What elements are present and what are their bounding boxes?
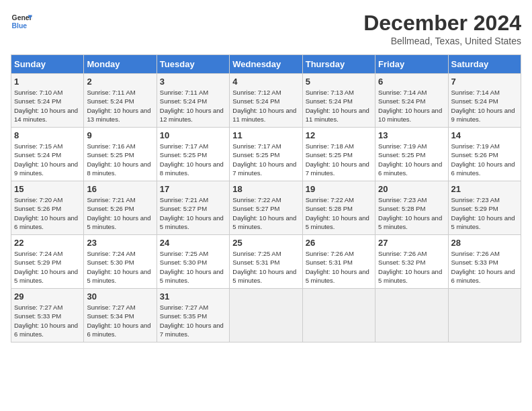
calendar-cell: 28Sunrise: 7:26 AM Sunset: 5:33 PM Dayli… [448,235,521,289]
calendar-week-row: 15Sunrise: 7:20 AM Sunset: 5:26 PM Dayli… [11,181,521,235]
day-info: Sunrise: 7:13 AM Sunset: 5:24 PM Dayligh… [306,88,372,124]
day-number: 17 [160,184,226,194]
calendar-cell: 6Sunrise: 7:14 AM Sunset: 5:24 PM Daylig… [375,74,448,128]
calendar-cell: 27Sunrise: 7:26 AM Sunset: 5:32 PM Dayli… [375,235,448,289]
weekday-header-saturday: Saturday [448,55,521,74]
calendar-cell: 19Sunrise: 7:22 AM Sunset: 5:28 PM Dayli… [302,181,375,235]
weekday-header-row: SundayMondayTuesdayWednesdayThursdayFrid… [11,55,521,74]
day-number: 4 [232,77,299,87]
calendar-cell: 18Sunrise: 7:22 AM Sunset: 5:27 PM Dayli… [230,181,302,235]
day-number: 15 [14,184,81,194]
day-number: 22 [14,238,81,248]
calendar-cell: 21Sunrise: 7:23 AM Sunset: 5:29 PM Dayli… [448,181,521,235]
svg-text:Blue: Blue [12,22,28,30]
title-section: December 2024 Bellmead, Texas, United St… [363,11,521,46]
day-number: 26 [306,238,372,248]
day-number: 18 [232,184,299,194]
day-number: 6 [378,77,445,87]
day-number: 13 [378,130,445,140]
day-number: 24 [160,238,226,248]
weekday-header-tuesday: Tuesday [157,55,229,74]
calendar-cell: 26Sunrise: 7:26 AM Sunset: 5:31 PM Dayli… [302,235,375,289]
calendar-week-row: 29Sunrise: 7:27 AM Sunset: 5:33 PM Dayli… [11,289,521,342]
day-info: Sunrise: 7:27 AM Sunset: 5:34 PM Dayligh… [87,303,153,338]
day-info: Sunrise: 7:27 AM Sunset: 5:35 PM Dayligh… [160,303,226,338]
calendar-cell: 30Sunrise: 7:27 AM Sunset: 5:34 PM Dayli… [84,289,157,342]
calendar-cell: 5Sunrise: 7:13 AM Sunset: 5:24 PM Daylig… [302,74,375,128]
calendar-cell: 16Sunrise: 7:21 AM Sunset: 5:26 PM Dayli… [84,181,157,235]
weekday-header-wednesday: Wednesday [230,55,302,74]
calendar-cell [375,289,448,342]
day-info: Sunrise: 7:14 AM Sunset: 5:24 PM Dayligh… [451,88,518,124]
day-info: Sunrise: 7:26 AM Sunset: 5:31 PM Dayligh… [306,249,372,285]
day-info: Sunrise: 7:21 AM Sunset: 5:26 PM Dayligh… [87,195,153,231]
calendar-week-row: 8Sunrise: 7:15 AM Sunset: 5:24 PM Daylig… [11,128,521,181]
day-info: Sunrise: 7:19 AM Sunset: 5:26 PM Dayligh… [451,142,518,177]
day-number: 27 [378,238,445,248]
day-info: Sunrise: 7:26 AM Sunset: 5:33 PM Dayligh… [451,249,518,285]
calendar-cell: 29Sunrise: 7:27 AM Sunset: 5:33 PM Dayli… [11,289,84,342]
weekday-header-monday: Monday [84,55,157,74]
day-number: 2 [87,77,153,87]
calendar-cell: 7Sunrise: 7:14 AM Sunset: 5:24 PM Daylig… [448,74,521,128]
day-info: Sunrise: 7:15 AM Sunset: 5:24 PM Dayligh… [14,142,81,177]
day-number: 11 [232,130,299,140]
day-info: Sunrise: 7:19 AM Sunset: 5:25 PM Dayligh… [378,142,445,177]
logo: General Blue [11,11,32,32]
day-number: 25 [232,238,299,248]
calendar-week-row: 1Sunrise: 7:10 AM Sunset: 5:24 PM Daylig… [11,74,521,128]
calendar-subtitle: Bellmead, Texas, United States [363,36,521,46]
calendar-cell: 4Sunrise: 7:12 AM Sunset: 5:24 PM Daylig… [230,74,302,128]
calendar-cell: 13Sunrise: 7:19 AM Sunset: 5:25 PM Dayli… [375,128,448,181]
day-info: Sunrise: 7:18 AM Sunset: 5:25 PM Dayligh… [306,142,372,177]
calendar-cell: 2Sunrise: 7:11 AM Sunset: 5:24 PM Daylig… [84,74,157,128]
day-info: Sunrise: 7:24 AM Sunset: 5:29 PM Dayligh… [14,249,81,285]
day-number: 10 [160,130,226,140]
day-number: 31 [160,291,226,302]
page-header: General Blue December 2024 Bellmead, Tex… [11,11,521,46]
day-info: Sunrise: 7:16 AM Sunset: 5:25 PM Dayligh… [87,142,153,177]
day-number: 21 [451,184,518,194]
day-number: 19 [306,184,372,194]
calendar-cell: 14Sunrise: 7:19 AM Sunset: 5:26 PM Dayli… [448,128,521,181]
day-number: 29 [14,291,81,302]
calendar-title: December 2024 [363,11,521,36]
day-info: Sunrise: 7:14 AM Sunset: 5:24 PM Dayligh… [378,88,445,124]
day-info: Sunrise: 7:11 AM Sunset: 5:24 PM Dayligh… [87,88,153,124]
day-info: Sunrise: 7:17 AM Sunset: 5:25 PM Dayligh… [232,142,299,177]
day-number: 9 [87,130,153,140]
day-info: Sunrise: 7:17 AM Sunset: 5:25 PM Dayligh… [160,142,226,177]
calendar-cell: 20Sunrise: 7:23 AM Sunset: 5:28 PM Dayli… [375,181,448,235]
day-info: Sunrise: 7:22 AM Sunset: 5:28 PM Dayligh… [306,195,372,231]
day-number: 30 [87,291,153,302]
calendar-cell: 25Sunrise: 7:25 AM Sunset: 5:31 PM Dayli… [230,235,302,289]
day-info: Sunrise: 7:25 AM Sunset: 5:30 PM Dayligh… [160,249,226,285]
day-number: 12 [306,130,372,140]
day-number: 14 [451,130,518,140]
calendar-cell: 22Sunrise: 7:24 AM Sunset: 5:29 PM Dayli… [11,235,84,289]
day-info: Sunrise: 7:23 AM Sunset: 5:28 PM Dayligh… [378,195,445,231]
calendar-cell: 9Sunrise: 7:16 AM Sunset: 5:25 PM Daylig… [84,128,157,181]
calendar-cell: 12Sunrise: 7:18 AM Sunset: 5:25 PM Dayli… [302,128,375,181]
day-number: 1 [14,77,81,87]
logo-icon: General Blue [11,11,32,32]
calendar-cell: 8Sunrise: 7:15 AM Sunset: 5:24 PM Daylig… [11,128,84,181]
day-info: Sunrise: 7:26 AM Sunset: 5:32 PM Dayligh… [378,249,445,285]
day-info: Sunrise: 7:24 AM Sunset: 5:30 PM Dayligh… [87,249,153,285]
day-info: Sunrise: 7:25 AM Sunset: 5:31 PM Dayligh… [232,249,299,285]
weekday-header-friday: Friday [375,55,448,74]
day-info: Sunrise: 7:11 AM Sunset: 5:24 PM Dayligh… [160,88,226,124]
calendar-week-row: 22Sunrise: 7:24 AM Sunset: 5:29 PM Dayli… [11,235,521,289]
day-info: Sunrise: 7:20 AM Sunset: 5:26 PM Dayligh… [14,195,81,231]
calendar-cell [230,289,302,342]
weekday-header-thursday: Thursday [302,55,375,74]
calendar-table: SundayMondayTuesdayWednesdayThursdayFrid… [11,54,521,342]
day-number: 8 [14,130,81,140]
day-number: 7 [451,77,518,87]
day-number: 28 [451,238,518,248]
day-info: Sunrise: 7:21 AM Sunset: 5:27 PM Dayligh… [160,195,226,231]
calendar-cell: 23Sunrise: 7:24 AM Sunset: 5:30 PM Dayli… [84,235,157,289]
day-info: Sunrise: 7:23 AM Sunset: 5:29 PM Dayligh… [451,195,518,231]
calendar-cell: 3Sunrise: 7:11 AM Sunset: 5:24 PM Daylig… [157,74,229,128]
calendar-cell: 15Sunrise: 7:20 AM Sunset: 5:26 PM Dayli… [11,181,84,235]
